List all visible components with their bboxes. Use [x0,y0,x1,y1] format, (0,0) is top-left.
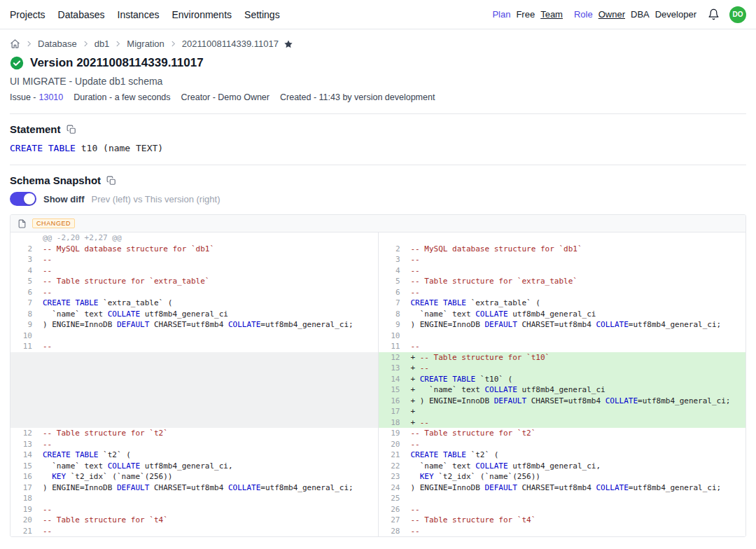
role-option-owner[interactable]: Owner [598,9,625,20]
avatar[interactable]: DO [729,6,746,23]
code-line: -- [38,254,378,265]
statement-heading: Statement [10,123,61,135]
code-line [38,352,378,363]
home-icon[interactable] [10,39,20,49]
plan-option-free[interactable]: Free [516,9,535,20]
line-number: 10 [378,331,407,342]
changed-badge: CHANGED [32,218,75,228]
line-number: 7 [378,298,407,309]
diff-grid: @@ -2,20 +2,27 @@2-- MySQL database stru… [10,232,746,536]
notification-bell-icon[interactable] [708,8,720,20]
code-line: -- [38,504,378,515]
line-number: 19 [378,428,407,439]
nav-item-projects[interactable]: Projects [10,9,46,20]
breadcrumb-migration[interactable]: Migration [127,39,164,49]
code-line: -- [407,341,746,352]
code-line [407,493,746,504]
line-number: 13 [10,439,38,450]
sql-rest: t10 (name TEXT) [76,143,163,153]
code-line: ) ENGINE=InnoDB DEFAULT CHARSET=utf8mb4 … [38,482,378,494]
code-line: -- Table structure for `extra_table` [38,276,378,287]
line-number: 2 [10,244,38,255]
line-number: 11 [378,341,407,352]
breadcrumb-version[interactable]: 20211008114339.11017 [182,39,279,49]
code-line [38,396,378,407]
line-number: 14 [378,374,407,385]
line-number: 10 [10,331,38,342]
show-diff-hint: Prev (left) vs This version (right) [92,194,220,204]
main-menu: Projects Databases Instances Environment… [10,9,280,20]
line-number: 24 [378,482,407,494]
code-line: -- [407,504,746,515]
plan-option-team[interactable]: Team [540,9,563,20]
line-number: 19 [10,504,38,515]
role-option-dba[interactable]: DBA [631,9,650,20]
code-line: `name` text COLLATE utf8mb4_general_ci, [407,461,746,472]
code-line: CREATE TABLE `extra_table` ( [38,298,378,309]
meta-row: Issue -13010 Duration - a few seconds Cr… [10,92,746,102]
code-line: -- Table structure for `t2` [38,428,378,439]
nav-item-instances[interactable]: Instances [118,9,160,20]
line-number: 6 [10,287,38,298]
code-line [38,363,378,374]
line-number: 9 [10,319,38,331]
show-diff-row: Show diff Prev (left) vs This version (r… [10,192,746,206]
code-line: -- [407,287,746,298]
line-number: 12 [378,352,407,363]
breadcrumb-db1[interactable]: db1 [94,39,110,49]
nav-item-settings[interactable]: Settings [244,9,280,20]
code-line: -- Table structure for `t4` [407,515,746,526]
line-number: 9 [378,319,407,331]
line-number: 25 [378,493,407,504]
code-line: -- Table structure for `t2` [407,428,746,439]
copy-schema-icon[interactable] [106,176,116,186]
breadcrumb-database[interactable]: Database [38,39,77,49]
code-line: -- [38,526,378,537]
code-line: -- [38,287,378,298]
line-number: 17 [378,406,407,417]
line-number: 14 [10,450,38,461]
chevron-right-icon [114,40,122,48]
code-line: + [407,406,746,417]
nav-item-databases[interactable]: Databases [58,9,105,20]
code-line: -- MySQL database structure for `db1` [38,244,378,255]
divider [10,113,746,114]
favorite-star-icon[interactable] [284,39,293,49]
line-number: 28 [378,526,407,537]
line-number: 17 [10,482,38,494]
code-line [38,493,378,504]
code-line [38,331,378,342]
line-number [10,374,38,385]
code-line: -- MySQL database structure for `db1` [407,244,746,255]
show-diff-toggle[interactable] [10,192,36,206]
chevron-right-icon [169,40,177,48]
line-number: 16 [378,396,407,407]
code-line [38,406,378,417]
code-line: ) ENGINE=InnoDB DEFAULT CHARSET=utf8mb4 … [407,482,746,494]
line-number: 4 [378,265,407,277]
schema-snapshot-section-header: Schema Snapshot [10,174,746,186]
role-option-developer[interactable]: Developer [655,9,696,20]
duration-meta: Duration - a few seconds [74,92,170,102]
line-number [10,396,38,407]
code-line: `name` text COLLATE utf8mb4_general_ci [407,309,746,320]
line-number: 21 [10,526,38,537]
line-number: 6 [378,287,407,298]
copy-statement-icon[interactable] [66,125,76,134]
toggle-knob [24,193,35,204]
code-line [407,232,746,244]
code-line: -- [407,439,746,450]
creator-meta: Creator - Demo Owner [181,92,270,102]
line-number: 20 [378,439,407,450]
line-number: 12 [10,428,38,439]
issue-link[interactable]: 13010 [39,92,64,102]
line-number: 18 [10,493,38,504]
line-number: 22 [378,461,407,472]
issue-label: Issue - [10,92,36,102]
code-line: + ) ENGINE=InnoDB DEFAULT CHARSET=utf8mb… [407,396,746,407]
line-number [10,417,38,429]
line-number: 18 [378,417,407,429]
code-line [407,331,746,342]
nav-item-environments[interactable]: Environments [172,9,232,20]
code-line: ) ENGINE=InnoDB DEFAULT CHARSET=utf8mb4 … [407,319,746,331]
